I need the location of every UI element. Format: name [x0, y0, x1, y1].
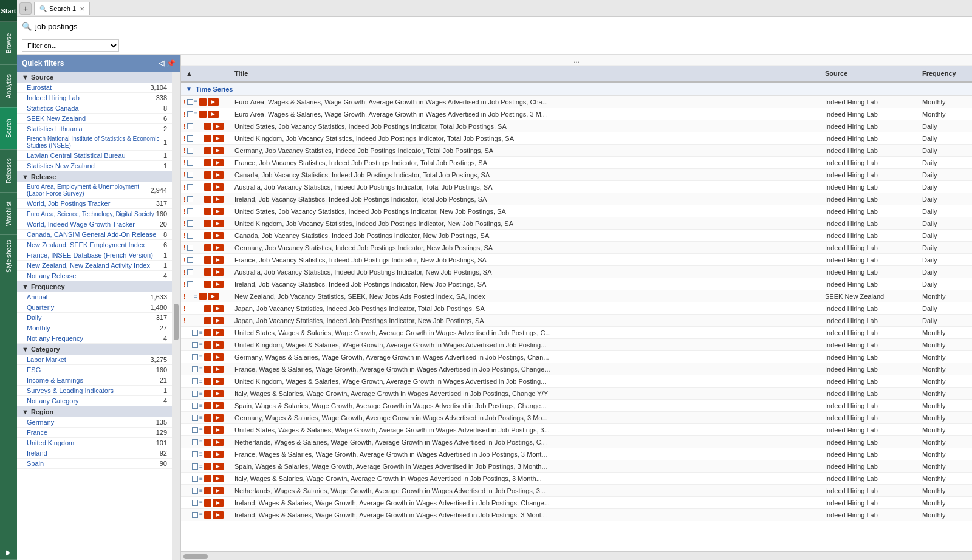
table-row[interactable]: ≡ ▶ Germany, Wages & Salaries, Wage Grow…: [181, 351, 972, 363]
qf-item-monthly[interactable]: Monthly27: [17, 323, 172, 333]
table-row[interactable]: ≡ ▶ Italy, Wages & Salaries, Wage Growth…: [181, 473, 972, 485]
table-row[interactable]: ! ▶ Canada, Job Vacancy Statistics, Inde…: [181, 230, 972, 242]
qf-section-region[interactable]: ▼ Region: [17, 406, 172, 417]
qf-item-latvian[interactable]: Latvian Central Statistical Bureau1: [17, 151, 172, 161]
col-header-source[interactable]: Source: [820, 66, 917, 81]
qf-item-euroarea-sci[interactable]: Euro Area, Science, Technology, Digital …: [17, 209, 172, 219]
horizontal-scrollbar[interactable]: [181, 551, 972, 560]
table-row[interactable]: ≡ ▶ United States, Wages & Salaries, Wag…: [181, 327, 972, 339]
table-row[interactable]: ≡ ▶ Italy, Wages & Salaries, Wage Growth…: [181, 388, 972, 400]
qf-scrollbar[interactable]: [172, 72, 180, 560]
qf-section-release[interactable]: ▼ Release: [17, 171, 172, 182]
qf-section-category[interactable]: ▼ Category: [17, 344, 172, 355]
new-tab-button[interactable]: +: [19, 2, 32, 15]
qf-item-canada-cansim[interactable]: Canada, CANSIM General Add-On Release8: [17, 230, 172, 240]
table-row[interactable]: ! ▶ Ireland, Job Vacancy Statistics, Ind…: [181, 278, 972, 290]
scrollbar-thumb[interactable]: [183, 554, 208, 559]
table-row[interactable]: ! ▶ Japan, Job Vacancy Statistics, Indee…: [181, 302, 972, 315]
table-row[interactable]: ! ▶ Canada, Job Vacancy Statistics, Inde…: [181, 169, 972, 181]
table-row[interactable]: ≡ ▶ Spain, Wages & Salaries, Wage Growth…: [181, 460, 972, 473]
nav-releases[interactable]: Releases: [0, 149, 17, 192]
qf-item-nz-activity[interactable]: New Zealand, New Zealand Activity Index1: [17, 261, 172, 271]
qf-pin-icon[interactable]: ◁: [159, 59, 164, 67]
red-sq-icon: [204, 390, 211, 397]
qf-item-no-frequency[interactable]: Not any Frequency4: [17, 333, 172, 344]
table-row[interactable]: ! ▶ United States, Job Vacancy Statistic…: [181, 120, 972, 132]
qf-close-icon[interactable]: 📌: [166, 59, 176, 67]
nav-watchlist[interactable]: Watchlist: [0, 192, 17, 234]
table-row[interactable]: ≡ ▶ Ireland, Wages & Salaries, Wage Grow…: [181, 509, 972, 521]
tab-search1[interactable]: 🔍 Search 1 ✕: [34, 2, 90, 15]
qf-item-germany[interactable]: Germany135: [17, 417, 172, 428]
table-row[interactable]: ! ≡ ▶ Euro Area, Wages & Salaries, Wage …: [181, 108, 972, 120]
qf-item-world-job[interactable]: World, Job Postings Tracker317: [17, 199, 172, 209]
filter-select[interactable]: Filter on... Source Release Frequency Ca…: [22, 39, 119, 52]
qf-item-labormarket[interactable]: Labor Market3,275: [17, 355, 172, 365]
qf-item-euroarea-emp[interactable]: Euro Area, Employment & Unemployment (La…: [17, 182, 172, 199]
nav-search[interactable]: Search: [0, 107, 17, 149]
table-row[interactable]: ! ▶ Germany, Job Vacancy Statistics, Ind…: [181, 145, 972, 157]
table-row[interactable]: ≡ ▶ France, Wages & Salaries, Wage Growt…: [181, 448, 972, 460]
table-row[interactable]: ! ▶ Ireland, Job Vacancy Statistics, Ind…: [181, 193, 972, 205]
table-row[interactable]: ≡ ▶ Netherlands, Wages & Salaries, Wage …: [181, 436, 972, 448]
table-row[interactable]: ≡ ▶ United Kingdom, Wages & Salaries, Wa…: [181, 339, 972, 351]
table-row[interactable]: ! ▶ Australia, Job Vacancy Statistics, I…: [181, 181, 972, 193]
qf-item-uk[interactable]: United Kingdom101: [17, 438, 172, 448]
nav-stylesheets[interactable]: Style sheets: [0, 234, 17, 277]
table-row[interactable]: ! ▶ Australia, Job Vacancy Statistics, I…: [181, 266, 972, 278]
nav-browse[interactable]: Browse: [0, 22, 17, 64]
lines-icon: ≡: [199, 463, 203, 470]
nav-analytics[interactable]: Analytics: [0, 64, 17, 107]
qf-item-indeed[interactable]: Indeed Hiring Lab338: [17, 93, 172, 103]
table-row[interactable]: ! ▶ United States, Job Vacancy Statistic…: [181, 205, 972, 217]
qf-section-source[interactable]: ▼ Source: [17, 72, 172, 83]
qf-item-nz-seek[interactable]: New Zealand, SEEK Employment Index6: [17, 240, 172, 250]
col-header-title[interactable]: Title: [230, 66, 820, 81]
table-row[interactable]: ! ▶ Germany, Job Vacancy Statistics, Ind…: [181, 242, 972, 254]
qf-item-statsnz[interactable]: Statistics New Zealand1: [17, 161, 172, 171]
table-row[interactable]: ! ▶ France, Job Vacancy Statistics, Inde…: [181, 157, 972, 169]
square-icon: [192, 378, 198, 384]
qf-item-eurostat[interactable]: Eurostat3,104: [17, 83, 172, 93]
qf-item-insee[interactable]: French National Institute of Statistics …: [17, 134, 172, 151]
qf-item-no-category[interactable]: Not any Category4: [17, 396, 172, 406]
table-row[interactable]: ≡ ▶ Netherlands, Wages & Salaries, Wage …: [181, 485, 972, 497]
row-source: Indeed Hiring Lab: [820, 256, 917, 264]
qf-item-daily[interactable]: Daily317: [17, 313, 172, 323]
table-row[interactable]: ! ▶ United Kingdom, Job Vacancy Statisti…: [181, 217, 972, 230]
nav-expand[interactable]: ▶: [0, 545, 17, 560]
red-sq-icon: [204, 196, 211, 203]
table-row[interactable]: ≡ ▶ Spain, Wages & Salaries, Wage Growth…: [181, 400, 972, 412]
table-row[interactable]: ≡ ▶ United States, Wages & Salaries, Wag…: [181, 424, 972, 436]
table-row[interactable]: ≡ ▶ Germany, Wages & Salaries, Wage Grow…: [181, 412, 972, 424]
tab-close-button[interactable]: ✕: [80, 5, 84, 12]
qf-item-seek[interactable]: SEEK New Zealand6: [17, 114, 172, 124]
table-row[interactable]: ! ▶ Japan, Job Vacancy Statistics, Indee…: [181, 315, 972, 327]
table-row[interactable]: ≡ ▶ France, Wages & Salaries, Wage Growt…: [181, 363, 972, 375]
col-sort-icon[interactable]: ▲: [186, 70, 193, 77]
table-row[interactable]: ! ▶ United Kingdom, Job Vacancy Statisti…: [181, 132, 972, 145]
table-row[interactable]: ! ≡ ▶ New Zealand, Job Vacancy Statistic…: [181, 290, 972, 302]
table-row[interactable]: ≡ ▶ Ireland, Wages & Salaries, Wage Grow…: [181, 497, 972, 509]
qf-item-surveys[interactable]: Surveys & Leading Indicators1: [17, 386, 172, 396]
qf-section-frequency[interactable]: ▼ Frequency: [17, 281, 172, 292]
table-row[interactable]: ≡ ▶ United Kingdom, Wages & Salaries, Wa…: [181, 375, 972, 388]
qf-item-france-insee[interactable]: France, INSEE Database (French Version)1: [17, 250, 172, 261]
qf-item-france[interactable]: France129: [17, 428, 172, 438]
qf-item-spain[interactable]: Spain90: [17, 459, 172, 469]
qf-item-ireland[interactable]: Ireland92: [17, 448, 172, 459]
qf-item-quarterly[interactable]: Quarterly1,480: [17, 302, 172, 313]
group-header-timeseries[interactable]: ▼ Time Series: [181, 83, 972, 96]
nav-start[interactable]: Start: [0, 0, 17, 22]
qf-item-annual[interactable]: Annual1,633: [17, 292, 172, 302]
qf-item-income[interactable]: Income & Earnings21: [17, 375, 172, 386]
qf-item-statscanada[interactable]: Statistics Canada8: [17, 103, 172, 114]
qf-item-no-release[interactable]: Not any Release4: [17, 271, 172, 281]
search-input[interactable]: [35, 22, 967, 31]
qf-item-statslithuania[interactable]: Statistics Lithuania2: [17, 124, 172, 134]
table-row[interactable]: ! ≡ ▶ Euro Area, Wages & Salaries, Wage …: [181, 96, 972, 108]
qf-item-esg[interactable]: ESG160: [17, 365, 172, 375]
qf-item-world-wage[interactable]: World, Indeed Wage Growth Tracker20: [17, 219, 172, 230]
table-row[interactable]: ! ▶ France, Job Vacancy Statistics, Inde…: [181, 254, 972, 266]
col-header-frequency[interactable]: Frequency: [917, 66, 972, 81]
